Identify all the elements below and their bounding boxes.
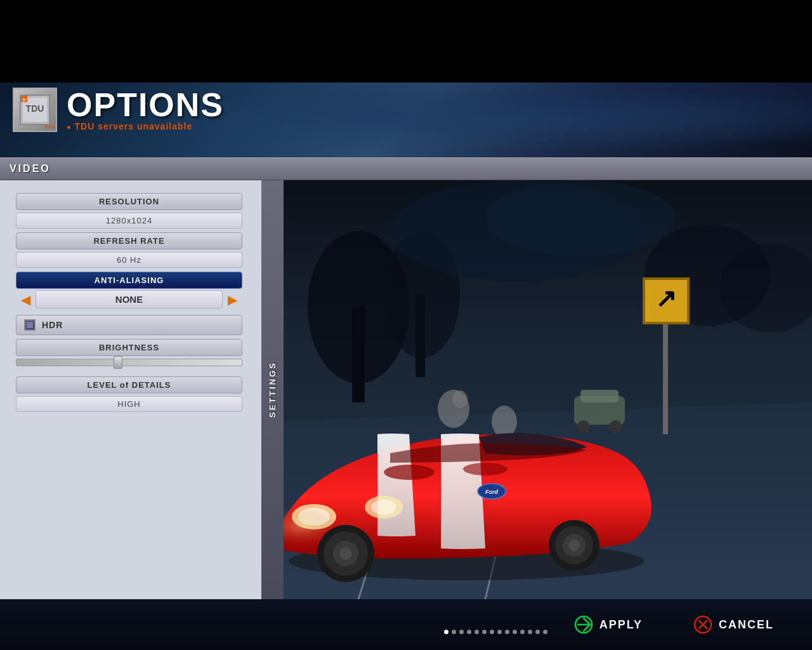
page-dot-12[interactable] [535, 630, 540, 634]
top-bar [0, 0, 812, 83]
brightness-slider-thumb[interactable] [114, 356, 122, 369]
svg-point-26 [609, 420, 622, 433]
anti-aliasing-control: ANTI-ALIASING ◀ NONE ▶ [16, 272, 242, 311]
tab-bar: VIDEO [0, 157, 812, 180]
svg-text:Ford: Ford [485, 489, 498, 495]
anti-aliasing-prev[interactable]: ◀ [16, 293, 36, 306]
title-area: OPTIONS ● TDU servers unavailable [67, 88, 224, 131]
page-title: OPTIONS [67, 88, 224, 121]
page-dot-13[interactable] [543, 630, 547, 634]
page-dot-5[interactable] [482, 630, 487, 634]
lod-value: HIGH [16, 396, 242, 412]
brightness-control: BRIGHTNESS [16, 339, 242, 373]
svg-point-28 [384, 465, 435, 480]
race-scene: ↗ [263, 180, 812, 599]
svg-point-22 [492, 406, 517, 437]
game-logo: TDU !! [13, 88, 57, 132]
page-dot-1[interactable] [452, 630, 456, 634]
resolution-control: RESOLUTION 812x650 [16, 193, 242, 229]
page-dot-7[interactable] [497, 630, 502, 634]
hdr-label: HDR [42, 320, 63, 330]
logo-area: TDU !! OPTIONS ● TDU servers unavailable [13, 88, 224, 132]
page-dot-2[interactable] [459, 630, 464, 634]
brightness-slider-track[interactable] [16, 359, 242, 366]
anti-aliasing-selector: ◀ NONE ▶ [16, 290, 242, 308]
page-dot-11[interactable] [528, 630, 532, 634]
svg-rect-17 [663, 320, 668, 434]
brightness-slider-container [16, 356, 242, 369]
resolution-value: 812x650 [16, 213, 242, 229]
refresh-rate-value: 60 Hz [16, 252, 242, 268]
anti-aliasing-next[interactable]: ▶ [223, 293, 242, 306]
lod-label[interactable]: LEVEL of DETAILS [16, 376, 242, 394]
refresh-rate-control: REFRESH RATE 60 Hz [16, 232, 242, 268]
svg-point-42 [568, 540, 580, 551]
svg-text:TDU: TDU [26, 103, 44, 114]
svg-point-33 [371, 500, 396, 515]
svg-point-38 [339, 547, 352, 560]
settings-panel: RESOLUTION 812x650 REFRESH RATE 60 Hz … [0, 180, 263, 599]
hdr-control[interactable]: HDR [16, 315, 242, 335]
anti-aliasing-value: NONE [36, 290, 223, 308]
page-dot-3[interactable] [467, 630, 471, 634]
svg-rect-9 [416, 295, 425, 377]
svg-rect-24 [580, 390, 619, 402]
page-dot-9[interactable] [513, 630, 517, 634]
settings-tab: SETTINGS [261, 180, 284, 599]
anti-aliasing-label[interactable]: ANTI-ALIASING [16, 272, 242, 289]
brightness-label[interactable]: BRIGHTNESS [16, 339, 242, 356]
video-tab-label: VIDEO [10, 163, 51, 175]
page-dot-6[interactable] [490, 630, 494, 634]
race-scene-svg: ↗ [263, 180, 812, 599]
resolution-label[interactable]: RESOLUTION [16, 193, 242, 210]
refresh-rate-label[interactable]: REFRESH RATE [16, 232, 242, 249]
page-dot-4[interactable] [475, 630, 479, 634]
race-image: ↗ [263, 180, 812, 599]
svg-point-29 [463, 463, 508, 475]
page-dot-10[interactable] [520, 630, 525, 634]
lod-control: LEVEL of DETAILS HIGH [16, 376, 242, 412]
page-dot-0[interactable] [444, 630, 449, 634]
svg-point-25 [577, 420, 590, 433]
page-indicator [444, 630, 812, 634]
svg-text:!!: !! [23, 98, 26, 102]
hdr-checkbox[interactable] [24, 319, 36, 331]
svg-point-13 [485, 180, 676, 256]
settings-tab-label: SETTINGS [268, 361, 277, 418]
svg-rect-8 [352, 307, 365, 402]
svg-text:↗: ↗ [655, 284, 677, 312]
svg-point-21 [452, 390, 468, 408]
bottom-bar: APPLY CANCEL [0, 599, 812, 650]
page-dot-8[interactable] [505, 630, 509, 634]
main-content: RESOLUTION 812x650 REFRESH RATE 60 Hz … [0, 180, 812, 599]
hdr-checkbox-inner [27, 322, 33, 328]
